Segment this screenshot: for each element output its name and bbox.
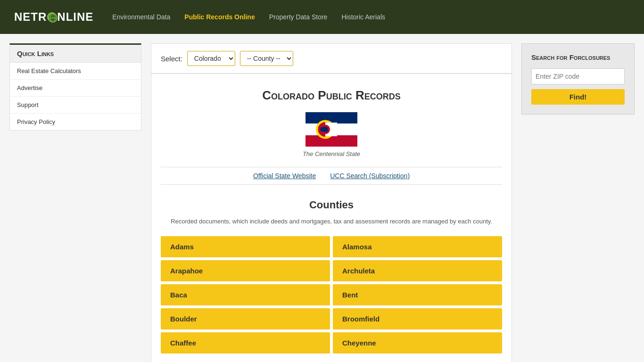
state-links: Official State Website UCC Search (Subsc… <box>161 167 502 185</box>
ucc-search-link[interactable]: UCC Search (Subscription) <box>330 172 410 180</box>
content-area: Select: Colorado Alabama Alaska Arizona … <box>151 43 512 362</box>
sidebar-advertise[interactable]: Advertise <box>10 80 141 97</box>
foreclosure-box: Search for Forclosures Find! <box>521 43 635 115</box>
state-caption: The Centennial State <box>161 150 502 157</box>
main-nav: Environmental Data Public Records Online… <box>112 13 385 21</box>
county-btn-arapahoe[interactable]: Arapahoe <box>161 260 330 281</box>
foreclosure-title: Search for Forclosures <box>531 53 625 61</box>
state-flag <box>161 112 502 147</box>
sidebar-calculators[interactable]: Real Estate Calculators <box>10 63 141 80</box>
main-panel: Colorado Public Records <box>151 74 512 362</box>
county-select[interactable]: -- County -- <box>240 51 293 66</box>
counties-title: Counties <box>161 199 502 211</box>
county-btn-cheyenne[interactable]: Cheyenne <box>333 332 502 354</box>
county-btn-baca[interactable]: Baca <box>161 284 330 305</box>
svg-rect-3 <box>305 112 357 123</box>
site-logo[interactable]: NETR NLINE <box>14 10 93 24</box>
svg-point-11 <box>320 127 325 132</box>
state-select[interactable]: Colorado Alabama Alaska Arizona Arkansas… <box>187 51 235 66</box>
logo-text-part1: NETR <box>14 10 47 24</box>
county-btn-bent[interactable]: Bent <box>333 284 502 305</box>
main-layout: Quick Links Real Estate Calculators Adve… <box>0 34 644 362</box>
page-title: Colorado Public Records <box>161 88 502 103</box>
counties-grid: AdamsAlamosaArapahoeArchuletaBacaBentBou… <box>161 236 502 354</box>
logo-text-part2: NLINE <box>57 10 93 24</box>
county-btn-alamosa[interactable]: Alamosa <box>333 236 502 257</box>
nav-historic-aerials[interactable]: Historic Aerials <box>341 13 385 21</box>
sidebar-privacy[interactable]: Privacy Policy <box>10 114 141 130</box>
nav-public-records[interactable]: Public Records Online <box>184 13 255 21</box>
logo-area: NETR NLINE <box>14 10 93 24</box>
site-header: NETR NLINE Environmental Data Public Rec… <box>0 0 644 34</box>
nav-property-data[interactable]: Property Data Store <box>269 13 328 21</box>
county-btn-chaffee[interactable]: Chaffee <box>161 332 330 354</box>
county-btn-archuleta[interactable]: Archuleta <box>333 260 502 281</box>
county-btn-broomfield[interactable]: Broomfield <box>333 308 502 329</box>
counties-description: Recorded documents, which include deeds … <box>161 217 502 227</box>
sidebar-support[interactable]: Support <box>10 97 141 114</box>
logo-globe-icon <box>47 12 57 22</box>
right-sidebar: Search for Forclosures Find! <box>521 43 635 362</box>
select-label: Select: <box>161 55 182 63</box>
select-bar: Select: Colorado Alabama Alaska Arizona … <box>151 43 512 74</box>
quick-links-title: Quick Links <box>10 45 141 63</box>
county-btn-boulder[interactable]: Boulder <box>161 308 330 329</box>
zip-input[interactable] <box>531 68 625 84</box>
find-button[interactable]: Find! <box>531 89 625 105</box>
quick-links-box: Quick Links Real Estate Calculators Adve… <box>9 43 141 131</box>
nav-environmental[interactable]: Environmental Data <box>112 13 170 21</box>
svg-rect-5 <box>305 135 357 147</box>
sidebar: Quick Links Real Estate Calculators Adve… <box>9 43 141 362</box>
county-btn-adams[interactable]: Adams <box>161 236 330 257</box>
official-state-link[interactable]: Official State Website <box>253 172 316 180</box>
